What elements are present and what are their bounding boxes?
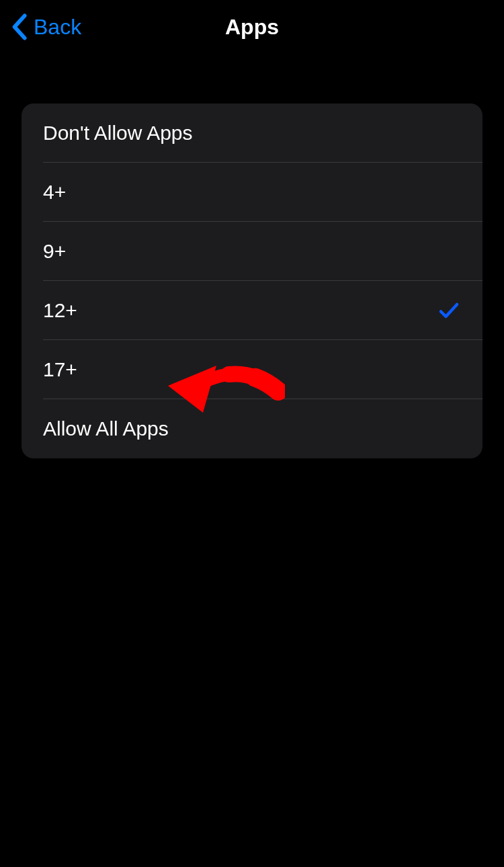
option-label: 17+ bbox=[43, 358, 77, 381]
back-button[interactable]: Back bbox=[11, 13, 81, 40]
option-label: 12+ bbox=[43, 299, 77, 322]
apps-rating-group: Don't Allow Apps 4+ 9+ 12+ 17+ Allow All… bbox=[22, 104, 482, 458]
checkmark-icon bbox=[437, 298, 461, 323]
back-button-label: Back bbox=[34, 15, 81, 40]
option-17plus[interactable]: 17+ bbox=[22, 340, 482, 399]
page-title: Apps bbox=[225, 15, 279, 40]
option-label: 4+ bbox=[43, 181, 66, 204]
option-label: Don't Allow Apps bbox=[43, 122, 193, 144]
option-9plus[interactable]: 9+ bbox=[22, 222, 482, 281]
chevron-left-icon bbox=[11, 13, 30, 40]
navigation-header: Back Apps bbox=[0, 0, 504, 54]
option-4plus[interactable]: 4+ bbox=[22, 163, 482, 222]
option-label: Allow All Apps bbox=[43, 417, 169, 440]
option-label: 9+ bbox=[43, 240, 66, 263]
option-dont-allow-apps[interactable]: Don't Allow Apps bbox=[22, 104, 482, 163]
option-allow-all-apps[interactable]: Allow All Apps bbox=[22, 399, 482, 458]
option-12plus[interactable]: 12+ bbox=[22, 281, 482, 340]
